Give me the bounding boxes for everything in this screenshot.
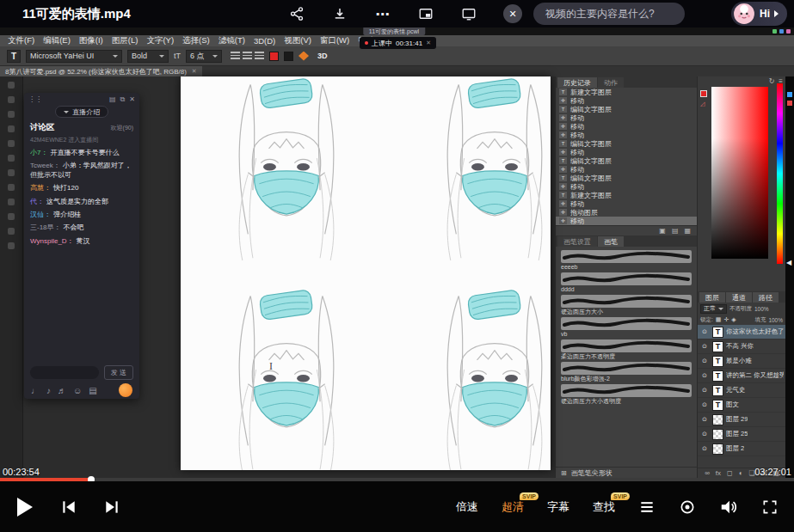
brush-preset[interactable]: 柔边圆压力不透明度	[561, 339, 692, 360]
video-question-input[interactable]: 视频的主要内容是什么?	[533, 3, 685, 25]
tab-actions[interactable]: 动作	[598, 77, 624, 88]
history-row[interactable]: ✛ 移动	[556, 182, 697, 191]
menu-item[interactable]: 3D(D)	[249, 36, 280, 46]
brush-preset[interactable]: dddd	[561, 272, 692, 293]
quality-button[interactable]: 超清 SVIP	[502, 499, 524, 515]
layer-style-icon[interactable]: fx	[716, 469, 721, 477]
history-row[interactable]: T 新建文字图层	[556, 191, 697, 199]
history-row[interactable]: ✛ 移动	[556, 165, 697, 174]
layers-tab[interactable]: 路径	[753, 292, 779, 303]
history-row[interactable]: ✛ 移动	[556, 217, 697, 225]
tab-brushes[interactable]: 画笔	[598, 236, 624, 247]
layer-row[interactable]: ⊙ 图层 25	[698, 427, 785, 442]
layers-tab[interactable]: 图层	[699, 292, 725, 303]
refresh-icon[interactable]: ↻	[769, 77, 775, 85]
layer-visibility-icon[interactable]: ⊙	[699, 372, 710, 379]
share-icon[interactable]	[288, 5, 305, 22]
menu-item[interactable]: 选择(S)	[178, 35, 214, 46]
text-color-swatch[interactable]	[269, 52, 279, 61]
chat-close-icon[interactable]: ✕	[129, 95, 135, 104]
send-button[interactable]: 发 送	[104, 365, 133, 380]
more-icon[interactable]: ⋯	[374, 5, 391, 22]
menu-item[interactable]: 编辑(E)	[39, 35, 75, 46]
play-button[interactable]	[14, 496, 34, 518]
layer-row[interactable]: ⊙ 图层 2	[698, 442, 785, 456]
find-button[interactable]: 查找 SVIP	[593, 499, 615, 515]
collapse-arrow-icon[interactable]: ◀	[786, 259, 791, 266]
fullscreen-icon[interactable]	[761, 498, 779, 516]
history-row[interactable]: ✛ 拖动图层	[556, 208, 697, 217]
note-icon[interactable]: ♪	[46, 386, 51, 395]
history-row[interactable]: ✛ 移动	[556, 131, 697, 139]
history-row[interactable]: T 编辑文字图层	[556, 156, 697, 165]
playlist-icon[interactable]	[638, 498, 656, 516]
layer-row[interactable]: ⊙ T 元气史	[698, 383, 785, 398]
layer-visibility-icon[interactable]: ⊙	[699, 387, 710, 394]
snapshot-icon[interactable]: ▣	[659, 227, 666, 235]
3d-button[interactable]: 3D	[317, 52, 328, 60]
subtitles-button[interactable]: 字幕	[547, 499, 569, 515]
align-center-icon[interactable]	[243, 52, 252, 60]
pip-icon[interactable]	[417, 5, 434, 22]
drag-handle-icon[interactable]: ⋮⋮	[28, 95, 42, 103]
history-row[interactable]: T 编辑文字图层	[556, 139, 697, 148]
layer-row[interactable]: ⊙ T 讲的第二 你又想趁势啊	[698, 369, 785, 383]
font-family-select[interactable]: Microsoft YaHei UI	[26, 50, 122, 63]
layer-visibility-icon[interactable]: ⊙	[699, 416, 710, 423]
hue-slider[interactable]	[777, 83, 783, 264]
ps-canvas[interactable]: I	[181, 76, 551, 470]
menu-item[interactable]: 文字(Y)	[142, 35, 178, 46]
history-row[interactable]: T 编辑文字图层	[556, 105, 697, 113]
emoji-icon[interactable]: ☺	[73, 386, 82, 395]
layer-row[interactable]: ⊙ T 图文	[698, 398, 785, 413]
chat-input[interactable]	[30, 366, 99, 379]
chat-message-list[interactable]: 42M4EWNE2 进入直播间 小7：开直播不要卡号要什么Tcweek：小弟：学…	[24, 134, 139, 363]
layer-visibility-icon[interactable]: ⊙	[699, 343, 710, 350]
menu-item[interactable]: 图像(I)	[75, 35, 108, 46]
brush-preset[interactable]: eeeeb	[561, 250, 692, 271]
layer-row[interactable]: ⊙ 图层 29	[698, 413, 785, 427]
align-left-icon[interactable]	[231, 52, 240, 60]
lock-pixels-icon[interactable]: ▦	[716, 316, 722, 323]
history-row[interactable]: ✛ 移动	[556, 122, 697, 131]
layer-row[interactable]: ⊙ T 最是小难	[698, 354, 785, 369]
previous-video-button[interactable]	[60, 498, 77, 516]
video-frame[interactable]: 11可爱的表情.pcwl 文件(F)编辑(E)图像(I)图层(L)文字(Y)选择…	[0, 28, 794, 478]
layer-visibility-icon[interactable]: ⊙	[699, 445, 710, 452]
brush-preset[interactable]: blurb颜色彩增强-2	[561, 362, 692, 382]
blend-mode-select[interactable]: 正常	[700, 304, 727, 314]
ai-assistant-button[interactable]: Hi	[731, 2, 787, 26]
ps-toolbar[interactable]	[0, 76, 23, 478]
font-size-select[interactable]: 6 点	[186, 50, 222, 63]
chat-popout-icon[interactable]: ⧉	[120, 95, 126, 104]
history-row[interactable]: ✛ 移动	[556, 113, 697, 122]
align-right-icon[interactable]	[255, 52, 264, 60]
document-tab[interactable]: 8第八讲可爱.psd @ 52.2% (你这家伙也太好色了吧, RGB/8) ✕	[0, 66, 202, 76]
history-row[interactable]: T 编辑文字图层	[556, 174, 697, 182]
tab-brush-settings[interactable]: 画笔设置	[557, 236, 597, 247]
new-document-icon[interactable]: ▤	[672, 227, 679, 235]
layer-visibility-icon[interactable]: ⊙	[699, 401, 710, 408]
menu-item[interactable]: 图层(L)	[108, 35, 143, 46]
download-icon[interactable]	[331, 5, 348, 22]
adjustment-layer-icon[interactable]: ◐	[739, 469, 743, 477]
layer-row[interactable]: ⊙ T 不高 兴你	[698, 339, 785, 354]
saturation-brightness-field[interactable]	[711, 87, 768, 259]
mini-player-icon[interactable]	[460, 5, 477, 22]
menu-item[interactable]: 视图(V)	[280, 35, 316, 46]
layer-visibility-icon[interactable]: ⊙	[699, 358, 710, 364]
text-tool-icon[interactable]: T	[7, 50, 21, 63]
mic-icon[interactable]: ♩	[31, 386, 40, 395]
brush-panel-footer[interactable]: ⊞ 画笔笔尖形状	[556, 467, 697, 478]
delete-icon[interactable]: ▦	[684, 227, 691, 235]
pill-close-icon[interactable]: ✕	[426, 40, 431, 46]
menu-item[interactable]: 滤镜(T)	[214, 35, 249, 46]
volume-icon[interactable]	[719, 498, 738, 517]
fill-value[interactable]: 100%	[768, 317, 783, 323]
menu-item[interactable]: 窗口(W)	[316, 35, 354, 46]
foreground-color-chip[interactable]	[700, 90, 707, 97]
link-layers-icon[interactable]: ∞	[705, 469, 710, 477]
brush-preset[interactable]: vb	[561, 317, 692, 338]
opacity-value[interactable]: 100%	[754, 306, 769, 312]
warp-text-icon[interactable]	[299, 52, 309, 61]
